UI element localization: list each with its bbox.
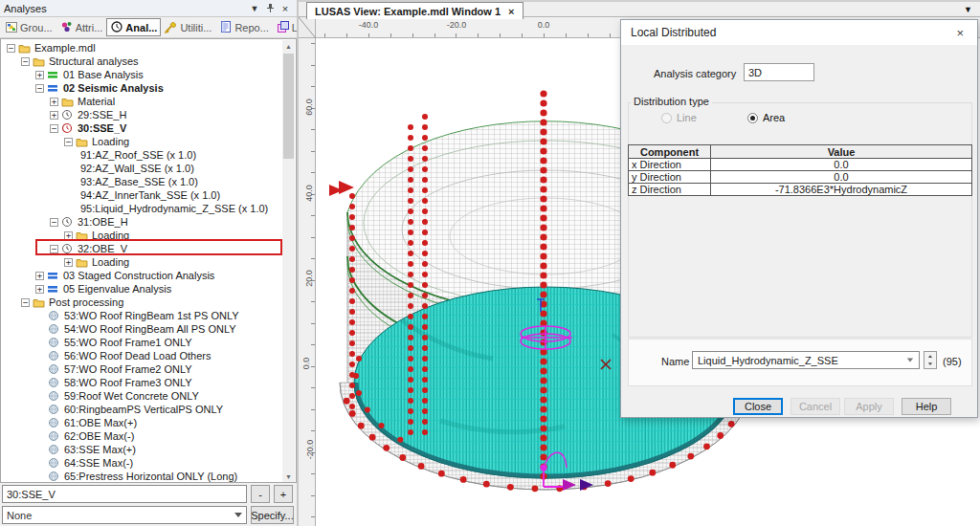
scrollbar-thumb[interactable] bbox=[283, 54, 294, 159]
tree-expander[interactable]: + bbox=[64, 231, 73, 240]
tree-item[interactable]: 57:WO Roof Frame2 ONLY bbox=[1, 362, 283, 376]
tree-expander[interactable]: − bbox=[50, 218, 58, 227]
tree-expander[interactable]: − bbox=[64, 138, 73, 146]
tree-item-label: Material bbox=[76, 96, 115, 107]
tree-item[interactable]: +01 Base Analysis bbox=[1, 68, 283, 81]
tree-expander[interactable]: − bbox=[50, 124, 58, 133]
tree-expander[interactable]: + bbox=[35, 285, 44, 294]
tree-expander[interactable]: + bbox=[64, 258, 73, 267]
radio-line-label: Line bbox=[677, 112, 697, 123]
tree-expander[interactable]: − bbox=[21, 298, 30, 307]
help-button[interactable]: Help bbox=[902, 398, 951, 415]
value-cell[interactable]: 0.0 bbox=[711, 159, 972, 171]
radio-area-label: Area bbox=[763, 112, 785, 123]
tree-scrollbar[interactable]: ▲ ▼ bbox=[282, 40, 295, 483]
tree-item[interactable]: −02 Seismic Analysis bbox=[1, 81, 283, 95]
tree-item[interactable]: 64:SSE Max(-) bbox=[1, 456, 283, 470]
toolbar-tab-reports[interactable]: Repo... bbox=[215, 18, 272, 36]
pin-icon[interactable] bbox=[262, 2, 278, 15]
tree-item[interactable]: 56:WO Roof Dead Load Others bbox=[1, 349, 283, 362]
dialog-titlebar[interactable]: Local Distributed × bbox=[621, 20, 977, 45]
name-combobox[interactable]: Liquid_Hydrodynamic_Z_SSE bbox=[692, 351, 920, 369]
chevron-down-icon bbox=[907, 359, 913, 362]
tree-item[interactable]: 54:WO Roof RingBeam All PS ONLY bbox=[1, 322, 283, 336]
ruler-tick bbox=[311, 151, 315, 152]
ruler-tick bbox=[311, 409, 315, 410]
tree-item[interactable]: 65:Prestress Horizontal ONLY (Long) bbox=[1, 470, 283, 483]
tree-item[interactable]: +Material bbox=[1, 95, 283, 108]
toolbar-tab-attributes[interactable]: Attri... bbox=[56, 18, 107, 36]
tree-item[interactable]: +Loading bbox=[1, 255, 283, 269]
tree-item[interactable]: −Structural analyses bbox=[1, 55, 283, 68]
result-icon bbox=[48, 444, 61, 455]
tree-item[interactable]: 91:AZ_Roof_SSE (x 1.0) bbox=[1, 148, 283, 162]
tab-list-chevron-icon[interactable]: ▼ bbox=[964, 5, 972, 14]
results-dropdown[interactable]: None bbox=[2, 506, 247, 524]
analysis-category-field[interactable]: 3D bbox=[744, 63, 814, 81]
tab-close-icon[interactable]: × bbox=[508, 6, 514, 17]
spinner-up-icon[interactable] bbox=[924, 352, 936, 361]
tree-item[interactable]: 61:OBE Max(+) bbox=[1, 416, 283, 429]
view-tab[interactable]: LUSAS View: Example.mdl Window 1 × bbox=[306, 2, 523, 19]
value-cell[interactable]: 0.0 bbox=[711, 171, 972, 184]
component-cell: y Direction bbox=[629, 171, 711, 184]
table-row: z Direction-71.8366E3*HydrodynamicZ bbox=[629, 184, 972, 196]
ruler-tick bbox=[566, 33, 567, 37]
tree-expander[interactable]: + bbox=[35, 272, 44, 280]
ruler-tick bbox=[478, 33, 479, 37]
tree-item[interactable]: +03 Staged Construction Analysis bbox=[1, 269, 283, 282]
tree-item[interactable]: 60:RingbeamPS VerticalPS ONLY bbox=[1, 403, 283, 416]
ruler-tick bbox=[311, 516, 315, 517]
tree-expander[interactable]: − bbox=[35, 84, 44, 93]
panel-close-icon[interactable]: × bbox=[278, 2, 293, 15]
analysis-icon bbox=[47, 283, 60, 295]
tree-item[interactable]: 55:WO Roof Frame1 ONLY bbox=[1, 336, 283, 349]
tree-item[interactable]: −32:OBE_V bbox=[1, 242, 283, 255]
scrollbar-down-icon[interactable]: ▼ bbox=[282, 471, 295, 483]
tree-item[interactable]: −30:SSE_V bbox=[1, 121, 283, 135]
distribution-type-group bbox=[628, 102, 972, 338]
tree-item[interactable]: +29:SSE_H bbox=[1, 108, 283, 121]
tree-item[interactable]: −31:OBE_H bbox=[1, 215, 283, 229]
tree-expander[interactable]: + bbox=[50, 98, 58, 106]
toolbar-tab-analyses[interactable]: Anal... bbox=[106, 18, 161, 36]
active-loadcase-field[interactable]: 30:SSE_V bbox=[2, 485, 247, 503]
tree-item[interactable]: +Loading bbox=[1, 229, 283, 242]
tree-expander[interactable]: + bbox=[35, 71, 44, 79]
value-cell[interactable]: -71.8366E3*HydrodynamicZ bbox=[711, 184, 972, 196]
tree-item[interactable]: 95:Liquid_Hydrodynamic_Z_SSE (x 1.0) bbox=[1, 202, 283, 215]
close-button[interactable]: Close bbox=[733, 398, 783, 415]
name-spinner[interactable] bbox=[924, 351, 937, 369]
tree-expander[interactable]: + bbox=[50, 111, 58, 120]
tree-item[interactable]: −Loading bbox=[1, 135, 283, 148]
tree-item[interactable]: 62:OBE Max(-) bbox=[1, 429, 283, 443]
toolbar-tab-utilities[interactable]: Utiliti... bbox=[161, 18, 215, 36]
tree-item[interactable]: 92:AZ_Wall_SSE (x 1.0) bbox=[1, 162, 283, 175]
tree-item[interactable]: 59:Roof Wet Concrete ONLY bbox=[1, 389, 283, 403]
tree-item[interactable]: 63:SSE Max(+) bbox=[1, 443, 283, 456]
loadcase-plus-button[interactable]: + bbox=[274, 485, 293, 503]
tree-item[interactable]: −Post processing bbox=[1, 296, 283, 309]
ruler-tick bbox=[311, 366, 315, 367]
tree-item[interactable]: −Example.mdl bbox=[1, 41, 283, 55]
panel-menu-chevron-icon[interactable]: ▼ bbox=[247, 2, 262, 15]
spinner-down-icon[interactable] bbox=[924, 361, 936, 369]
tree-item[interactable]: 93:AZ_Base_SSE (x 1.0) bbox=[1, 175, 283, 188]
local-distributed-dialog: Local Distributed × Analysis category 3D… bbox=[620, 19, 978, 418]
ruler-tick bbox=[544, 33, 545, 37]
scrollbar-up-icon[interactable]: ▲ bbox=[282, 40, 295, 53]
tree-expander[interactable]: − bbox=[21, 57, 30, 66]
tree-item[interactable]: +05 Eigenvalue Analysis bbox=[1, 282, 283, 296]
radio-area[interactable]: Area bbox=[747, 112, 785, 123]
loadcase-minus-button[interactable]: - bbox=[251, 485, 270, 503]
dialog-close-icon[interactable]: × bbox=[952, 26, 968, 40]
tree-item[interactable]: 58:WO Roof Frame3 ONLY bbox=[1, 376, 283, 389]
component-table-body: x Direction0.0y Direction0.0z Direction-… bbox=[629, 159, 972, 196]
tree-item-label: 63:SSE Max(+) bbox=[62, 444, 136, 455]
tree-expander[interactable]: − bbox=[50, 245, 58, 253]
tree-expander[interactable]: − bbox=[7, 44, 15, 53]
toolbar-tab-groups[interactable]: Grou... bbox=[1, 18, 56, 36]
tree-item[interactable]: 94:AZ_InnerTank_SSE (x 1.0) bbox=[1, 188, 283, 202]
tree-item[interactable]: 53:WO Roof RingBeam 1st PS ONLY bbox=[1, 309, 283, 322]
specify-button[interactable]: Specify... bbox=[251, 506, 294, 524]
